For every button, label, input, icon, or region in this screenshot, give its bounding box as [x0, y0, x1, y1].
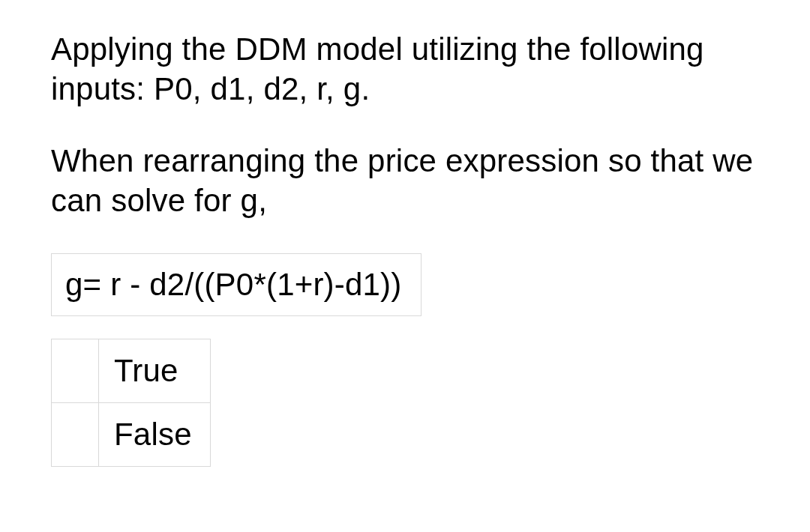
option-row-true: True [52, 339, 211, 403]
formula-text: g= r - d2/((P0*(1+r)-d1)) [65, 267, 401, 302]
question-paragraph-1: Applying the DDM model utilizing the fol… [51, 30, 768, 109]
question-paragraph-2: When rearranging the price expression so… [51, 142, 768, 220]
formula-box: g= r - d2/((P0*(1+r)-d1)) [51, 253, 422, 316]
option-false-checkbox[interactable] [52, 403, 99, 467]
option-row-false: False [52, 403, 211, 467]
question-container: Applying the DDM model utilizing the fol… [0, 0, 810, 467]
option-false-label[interactable]: False [99, 403, 211, 467]
option-true-checkbox[interactable] [52, 339, 99, 403]
true-false-table: True False [51, 339, 211, 467]
option-true-label[interactable]: True [99, 339, 211, 403]
